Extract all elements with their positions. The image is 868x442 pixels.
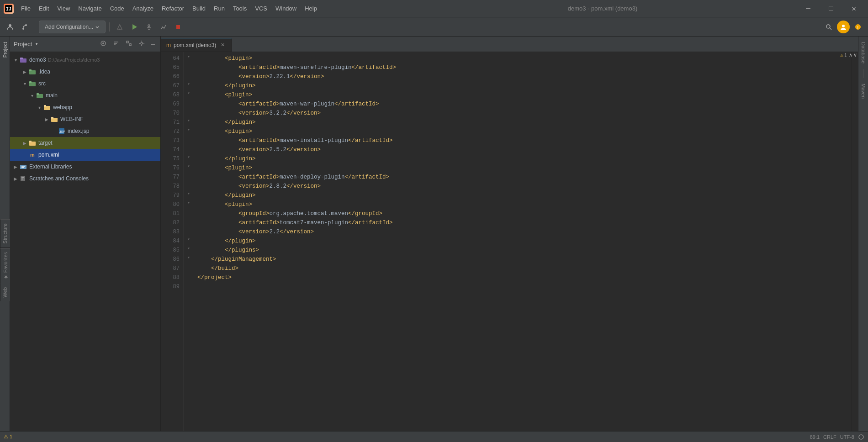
- debug-button[interactable]: [143, 21, 155, 33]
- status-linesep[interactable]: CRLF: [823, 434, 836, 440]
- search-everywhere-button[interactable]: [822, 21, 835, 33]
- menu-help[interactable]: Help: [301, 3, 321, 14]
- tree-item-main[interactable]: ▾ main: [10, 89, 160, 101]
- right-sidebar: Database Maven: [858, 37, 868, 442]
- svg-rect-27: [29, 69, 32, 71]
- tab-close-button[interactable]: ✕: [219, 42, 226, 49]
- svg-rect-19: [127, 41, 128, 43]
- warning-up-arrow[interactable]: ∧: [849, 52, 852, 58]
- code-area[interactable]: <plugin> <artifactId>maven-surefire-plug…: [194, 52, 852, 442]
- menu-window[interactable]: Window: [272, 3, 300, 14]
- tree-root[interactable]: ▾ demo3 D:\JavaProjects\demo3: [10, 54, 160, 66]
- maven-tab[interactable]: Maven: [860, 80, 867, 102]
- menu-edit[interactable]: Edit: [35, 3, 53, 14]
- stop-button[interactable]: [172, 21, 185, 33]
- fold-icon-72[interactable]: ▾: [184, 125, 194, 134]
- svg-rect-20: [129, 44, 131, 46]
- line-num: 73: [161, 136, 180, 145]
- settings-icon[interactable]: [137, 39, 147, 49]
- svg-rect-29: [29, 81, 32, 83]
- code-line-87: </build>: [194, 264, 852, 273]
- line-num: 75: [161, 154, 180, 163]
- editor-tab-pomxml[interactable]: m pom.xml (demo3) ✕: [161, 38, 232, 52]
- fold-icon-85[interactable]: ▾: [184, 244, 194, 253]
- menu-navigate[interactable]: Navigate: [74, 3, 105, 14]
- project-tab-label[interactable]: Project: [1, 38, 9, 61]
- right-sidebar-separator: [863, 69, 863, 78]
- account-button[interactable]: [4, 21, 16, 33]
- warning-down-arrow[interactable]: ∨: [853, 52, 857, 58]
- menu-view[interactable]: View: [53, 3, 74, 14]
- collapse-icon[interactable]: [124, 39, 134, 49]
- tree-pomxml-label: pom.xml: [38, 152, 59, 158]
- menu-build[interactable]: Build: [189, 3, 209, 14]
- svg-point-3: [22, 28, 24, 30]
- line-num: 70: [161, 109, 180, 118]
- status-position[interactable]: 89:1: [810, 434, 820, 440]
- structure-tab[interactable]: Structure: [0, 219, 10, 248]
- tree-item-webinf[interactable]: ▶ WEB-INF: [10, 113, 160, 125]
- fold-icon-71[interactable]: ▾: [184, 116, 194, 125]
- menu-code[interactable]: Code: [106, 3, 128, 14]
- menu-refactor[interactable]: Refactor: [158, 3, 188, 14]
- line-num: 80: [161, 200, 180, 209]
- svg-point-11: [842, 25, 845, 27]
- add-configuration-button[interactable]: Add Configuration...: [39, 21, 106, 33]
- tree-item-pomxml[interactable]: ▶ m pom.xml: [10, 149, 160, 161]
- project-header: Project ▾ —: [10, 37, 160, 52]
- main-folder-icon: [36, 91, 44, 100]
- menu-vcs[interactable]: VCS: [251, 3, 271, 14]
- maximize-button[interactable]: □: [820, 2, 842, 16]
- scope-icon[interactable]: [98, 39, 108, 49]
- line-num: 64: [161, 54, 180, 63]
- code-line-89: [194, 282, 852, 291]
- fold-icon-68[interactable]: ▾: [184, 89, 194, 98]
- git-icon[interactable]: [18, 21, 31, 33]
- tree-item-indexjsp[interactable]: ▶ JSP index.jsp: [10, 125, 160, 137]
- menu-tools[interactable]: Tools: [229, 3, 250, 14]
- webapp-folder-icon: [43, 103, 51, 111]
- notifications-button[interactable]: !: [852, 21, 864, 33]
- database-tab[interactable]: Database: [860, 38, 867, 67]
- webapp-arrow: ▾: [36, 104, 43, 111]
- build-button[interactable]: [113, 21, 126, 33]
- tree-item-target[interactable]: ▶ target: [10, 137, 160, 149]
- user-avatar[interactable]: [837, 21, 850, 33]
- minimize-button[interactable]: ─: [798, 2, 819, 16]
- sort-icon[interactable]: [111, 39, 121, 49]
- fold-icon-80[interactable]: ▾: [184, 198, 194, 207]
- favorites-tab[interactable]: ★ Favorites: [0, 248, 10, 284]
- editor-tabs-bar: m pom.xml (demo3) ✕: [161, 37, 858, 52]
- fold-icon-79[interactable]: ▾: [184, 189, 194, 198]
- minimize-panel-icon[interactable]: —: [149, 40, 157, 49]
- statusbar: ⚠ 1 89:1 CRLF UTF-8: [0, 431, 868, 442]
- fold-icon-64[interactable]: ▾: [184, 52, 194, 61]
- gutter-74: [184, 143, 194, 153]
- fold-icon-86[interactable]: ▾: [184, 253, 194, 262]
- menu-file[interactable]: File: [17, 3, 34, 14]
- tree-item-scratches[interactable]: ▶ Scratches and Consoles: [10, 173, 160, 184]
- close-button[interactable]: ✕: [843, 2, 864, 16]
- tree-item-webapp[interactable]: ▾ webapp: [10, 101, 160, 113]
- status-encoding[interactable]: UTF-8: [840, 434, 854, 440]
- gutter-81: [184, 207, 194, 216]
- idea-arrow: ▶: [21, 68, 28, 75]
- fold-icon-84[interactable]: ▾: [184, 235, 194, 244]
- project-dropdown[interactable]: ▾: [35, 41, 38, 47]
- root-folder-icon: [19, 56, 27, 64]
- tree-item-extlibs[interactable]: ▶ External Libraries: [10, 161, 160, 173]
- web-tab[interactable]: Web: [0, 284, 10, 301]
- menu-run[interactable]: Run: [210, 3, 228, 14]
- line-num: 77: [161, 173, 180, 182]
- run-button[interactable]: [128, 21, 141, 33]
- menu-analyze[interactable]: Analyze: [129, 3, 157, 14]
- code-wrapper[interactable]: <plugin> <artifactId>maven-surefire-plug…: [194, 52, 858, 442]
- fold-icon-75[interactable]: ▾: [184, 153, 194, 162]
- fold-icon-76[interactable]: ▾: [184, 162, 194, 171]
- tree-item-src[interactable]: ▾ src: [10, 78, 160, 89]
- gutter-66: [184, 70, 194, 79]
- tree-item-idea[interactable]: ▶ .idea: [10, 66, 160, 78]
- coverage-button[interactable]: [157, 21, 170, 33]
- fold-icon-67[interactable]: ▾: [184, 79, 194, 89]
- gutter-77: [184, 171, 194, 180]
